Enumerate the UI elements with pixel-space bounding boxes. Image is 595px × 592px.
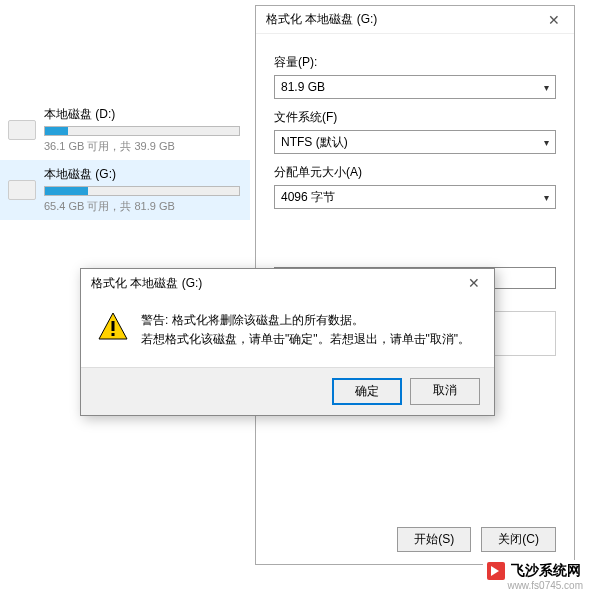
watermark-logo-icon [487, 562, 505, 580]
close-button[interactable]: ✕ [534, 6, 574, 34]
disk-list: 本地磁盘 (D:) 36.1 GB 可用，共 39.9 GB 本地磁盘 (G:)… [0, 100, 250, 220]
disk-capacity-bar [44, 126, 240, 136]
close-icon: ✕ [548, 12, 560, 28]
disk-item-g[interactable]: 本地磁盘 (G:) 65.4 GB 可用，共 81.9 GB [0, 160, 250, 220]
msgbox-line1: 警告: 格式化将删除该磁盘上的所有数据。 [141, 311, 470, 330]
msgbox-titlebar: 格式化 本地磁盘 (G:) ✕ [81, 269, 494, 297]
capacity-select[interactable]: 81.9 GB ▾ [274, 75, 556, 99]
chevron-down-icon: ▾ [544, 137, 549, 148]
close-icon: ✕ [468, 275, 480, 291]
allocation-label: 分配单元大小(A) [274, 164, 556, 181]
capacity-label: 容量(P): [274, 54, 556, 71]
disk-capacity-bar [44, 186, 240, 196]
format-dialog-title: 格式化 本地磁盘 (G:) [266, 11, 377, 28]
svg-rect-1 [112, 321, 115, 331]
chevron-down-icon: ▾ [544, 82, 549, 93]
disk-name: 本地磁盘 (G:) [44, 166, 240, 183]
cancel-button[interactable]: 取消 [410, 378, 480, 405]
msgbox-close-button[interactable]: ✕ [454, 269, 494, 297]
ok-button[interactable]: 确定 [332, 378, 402, 405]
allocation-select[interactable]: 4096 字节 ▾ [274, 185, 556, 209]
disk-item-d[interactable]: 本地磁盘 (D:) 36.1 GB 可用，共 39.9 GB [0, 100, 250, 160]
filesystem-label: 文件系统(F) [274, 109, 556, 126]
drive-icon [8, 180, 36, 200]
msgbox-line2: 若想格式化该磁盘，请单击"确定"。若想退出，请单击"取消"。 [141, 330, 470, 349]
svg-rect-2 [112, 333, 115, 336]
disk-name: 本地磁盘 (D:) [44, 106, 240, 123]
drive-icon [8, 120, 36, 140]
watermark: 飞沙系统网 [483, 560, 585, 582]
start-button[interactable]: 开始(S) [397, 527, 471, 552]
disk-usage-text: 36.1 GB 可用，共 39.9 GB [44, 139, 240, 154]
disk-usage-text: 65.4 GB 可用，共 81.9 GB [44, 199, 240, 214]
watermark-text: 飞沙系统网 [511, 562, 581, 580]
warning-icon [97, 311, 129, 343]
filesystem-select[interactable]: NTFS (默认) ▾ [274, 130, 556, 154]
watermark-url: www.fs0745.com [507, 580, 583, 591]
close-format-button[interactable]: 关闭(C) [481, 527, 556, 552]
msgbox-title: 格式化 本地磁盘 (G:) [91, 275, 202, 292]
format-dialog-titlebar: 格式化 本地磁盘 (G:) ✕ [256, 6, 574, 34]
chevron-down-icon: ▾ [544, 192, 549, 203]
msgbox-footer: 确定 取消 [81, 367, 494, 415]
format-dialog-footer: 开始(S) 关闭(C) [256, 515, 574, 564]
warning-msgbox: 格式化 本地磁盘 (G:) ✕ 警告: 格式化将删除该磁盘上的所有数据。 若想格… [80, 268, 495, 416]
